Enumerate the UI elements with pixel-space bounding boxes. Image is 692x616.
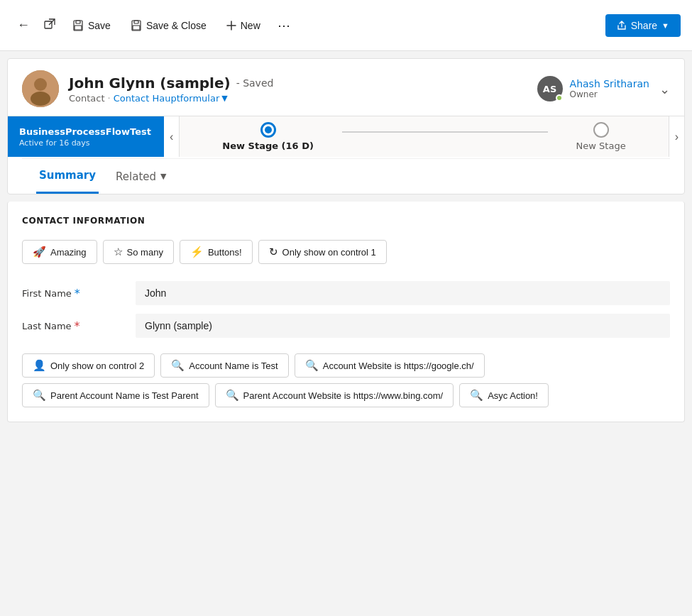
bpf-prev-button[interactable]: ‹: [164, 116, 180, 157]
form-link[interactable]: Contact Hauptformular ▼: [114, 93, 228, 104]
search-icon-4: 🔍: [226, 389, 239, 402]
save-button[interactable]: Save: [64, 16, 119, 35]
star-icon: ☆: [114, 246, 123, 258]
async-action-button[interactable]: 🔍 Asyc Action!: [459, 383, 549, 407]
bpf-active-label: Active for 16 days: [19, 138, 153, 148]
amazing-button[interactable]: 🚀 Amazing: [22, 240, 97, 264]
so-many-button[interactable]: ☆ So many: [103, 240, 174, 264]
svg-rect-5: [134, 21, 138, 23]
stage1-active-circle: [260, 122, 276, 138]
bpf-stage-2[interactable]: New Stage: [548, 122, 654, 151]
popout-icon: [44, 18, 55, 30]
account-name-button[interactable]: 🔍 Account Name is Test: [160, 353, 288, 378]
last-name-input[interactable]: [136, 314, 670, 338]
share-button[interactable]: Share ▼: [605, 14, 681, 37]
last-name-label: Last Name *: [22, 319, 136, 333]
action-buttons-row1: 🚀 Amazing ☆ So many ⚡ Buttons! ↻ Only sh…: [22, 240, 670, 264]
only-show-2-label: Only show on control 2: [50, 361, 144, 371]
search-icon-3: 🔍: [33, 389, 46, 402]
parent-website-button[interactable]: 🔍 Parent Account Website is https://www.…: [215, 383, 454, 407]
save-close-label: Save & Close: [146, 20, 207, 31]
lightning-icon: ⚡: [190, 246, 204, 258]
required-star-blue: *: [75, 287, 80, 300]
header-top: John Glynn (sample) - Saved Contact · Co…: [22, 70, 670, 116]
account-website-label: Account Website is https://google.ch/: [323, 361, 474, 371]
header-card: John Glynn (sample) - Saved Contact · Co…: [7, 58, 685, 194]
contact-name: John Glynn (sample): [69, 75, 231, 92]
stage-connector: [342, 131, 548, 133]
required-star-red: *: [75, 319, 80, 333]
svg-rect-0: [45, 21, 52, 28]
more-button[interactable]: ⋯: [272, 15, 296, 36]
share-chevron-icon: ▼: [661, 21, 669, 30]
owner-chevron-icon[interactable]: ⌄: [659, 82, 670, 97]
header-subtitle: Contact · Contact Hauptformular ▼: [69, 93, 527, 104]
account-website-button[interactable]: 🔍 Account Website is https://google.ch/: [295, 353, 485, 378]
new-button[interactable]: New: [218, 16, 269, 35]
stage2-label: New Stage: [576, 141, 626, 151]
save-close-button[interactable]: Save & Close: [122, 16, 215, 35]
bpf-name: BusinessProcessFlowTest: [19, 126, 153, 137]
owner-role: Owner: [570, 89, 649, 99]
back-button[interactable]: ←: [11, 15, 35, 35]
rocket-icon: 🚀: [33, 246, 46, 258]
owner-avatar: AS: [537, 76, 563, 101]
account-name-label: Account Name is Test: [189, 361, 278, 371]
parent-account-button[interactable]: 🔍 Parent Account Name is Test Parent: [22, 383, 209, 407]
refresh-icon: ↻: [269, 246, 278, 258]
avatar: [22, 70, 59, 107]
search-icon-1: 🔍: [171, 359, 185, 372]
first-name-input[interactable]: [136, 281, 670, 305]
more-icon: ⋯: [278, 18, 290, 33]
parent-website-label: Parent Account Website is https://www.bi…: [243, 390, 444, 401]
svg-point-8: [34, 78, 47, 91]
share-icon: [617, 21, 627, 31]
buttons-button[interactable]: ⚡ Buttons!: [180, 240, 253, 264]
main-content: CONTACT INFORMATION 🚀 Amazing ☆ So many …: [7, 202, 685, 422]
owner-info: Ahash Sritharan Owner: [570, 78, 649, 99]
tab-related-chevron-icon: ▼: [160, 172, 166, 181]
svg-rect-6: [133, 26, 140, 30]
amazing-label: Amazing: [50, 247, 87, 258]
last-name-row: Last Name *: [22, 311, 670, 341]
tab-summary[interactable]: Summary: [36, 159, 99, 194]
tab-related[interactable]: Related ▼: [113, 160, 169, 193]
tabs-bar: Summary Related ▼: [22, 158, 670, 194]
avatar-image: [22, 70, 59, 107]
separator: ·: [108, 93, 111, 104]
bpf-title: BusinessProcessFlowTest Active for 16 da…: [8, 116, 164, 157]
header-info: John Glynn (sample) - Saved Contact · Co…: [69, 75, 527, 104]
bottom-action-buttons: 👤 Only show on control 2 🔍 Account Name …: [22, 353, 670, 407]
owner-name[interactable]: Ahash Sritharan: [570, 78, 649, 89]
bpf-next-button[interactable]: ›: [669, 116, 684, 157]
so-many-label: So many: [127, 247, 163, 258]
person-icon: 👤: [33, 359, 46, 372]
buttons-label: Buttons!: [208, 247, 242, 258]
owner-section: AS Ahash Sritharan Owner ⌄: [537, 76, 670, 101]
entity-type: Contact: [69, 93, 105, 104]
share-label: Share: [631, 20, 657, 31]
only-show-control2-button[interactable]: 👤 Only show on control 2: [22, 353, 155, 378]
only-show-control1-button[interactable]: ↻ Only show on control 1: [258, 240, 387, 264]
stage2-circle: [593, 122, 609, 138]
svg-rect-2: [76, 21, 80, 23]
bpf-stage-1[interactable]: New Stage (16 D): [194, 122, 342, 151]
bpf-stages: New Stage (16 D) New Stage: [180, 116, 668, 157]
first-name-label: First Name *: [22, 287, 136, 300]
search-icon-5: 🔍: [470, 389, 483, 402]
owner-status-indicator: [556, 94, 563, 101]
save-icon: [72, 20, 84, 31]
form-chevron-icon: ▼: [221, 94, 227, 103]
new-icon: [226, 21, 236, 31]
search-icon-2: 🔍: [305, 359, 319, 372]
only-show-1-label: Only show on control 1: [282, 247, 376, 258]
stage1-circle-fill: [265, 126, 272, 133]
owner-initials: AS: [543, 84, 556, 94]
svg-rect-3: [75, 26, 82, 30]
popout-button[interactable]: [38, 16, 61, 35]
new-label: New: [241, 20, 260, 31]
first-name-row: First Name *: [22, 278, 670, 308]
tab-summary-label: Summary: [39, 169, 96, 182]
save-close-icon: [131, 20, 142, 31]
status-dot: [557, 96, 561, 100]
